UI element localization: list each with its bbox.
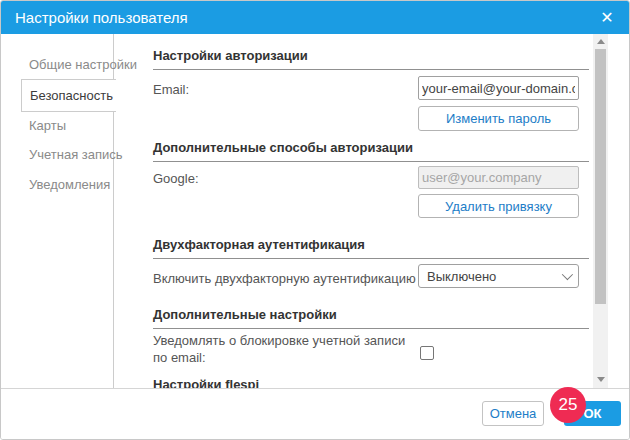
two-factor-select[interactable]: Выключено: [418, 264, 579, 288]
google-label: Google:: [153, 171, 199, 186]
scroll-down-icon[interactable]: [593, 372, 608, 386]
user-settings-dialog: Настройки пользователя ✕ Общие настройки…: [0, 0, 630, 440]
email-field[interactable]: [418, 76, 579, 100]
two-factor-select-value: Выключено: [427, 269, 496, 284]
notify-block-label: Уведомлять о блокировке учетной записи п…: [153, 332, 421, 366]
notify-block-checkbox[interactable]: [420, 346, 434, 360]
two-factor-enable-label: Включить двухфакторную аутентификацию: [153, 271, 416, 286]
sidebar-item-notifications[interactable]: Уведомления: [29, 177, 110, 192]
google-account-field: [418, 166, 579, 189]
section-title-authorization: Настройки авторизации: [153, 48, 589, 70]
dialog-footer: Отмена ОК: [1, 388, 630, 440]
dialog-title: Настройки пользователя: [15, 9, 188, 26]
close-icon[interactable]: ✕: [595, 1, 619, 34]
sidebar-item-general[interactable]: Общие настройки: [29, 57, 137, 72]
content-scrollbar[interactable]: [593, 34, 608, 388]
chevron-down-icon: [562, 269, 573, 280]
change-password-button[interactable]: Изменить пароль: [418, 106, 579, 131]
cancel-button[interactable]: Отмена: [482, 401, 544, 426]
sidebar-item-account[interactable]: Учетная запись: [29, 147, 123, 162]
section-title-two-factor: Двухфакторная аутентификация: [153, 237, 589, 259]
sidebar-item-security[interactable]: Безопасность: [21, 79, 116, 112]
sidebar-item-maps[interactable]: Карты: [29, 118, 66, 133]
remove-binding-button[interactable]: Удалить привязку: [418, 194, 579, 218]
scrollbar-thumb[interactable]: [595, 49, 606, 304]
scroll-up-icon[interactable]: [593, 34, 608, 48]
dialog-titlebar: Настройки пользователя: [1, 1, 629, 34]
email-label: Email:: [153, 82, 189, 97]
section-title-extra-auth: Дополнительные способы авторизации: [153, 140, 589, 162]
annotation-badge: 25: [550, 387, 586, 423]
section-title-additional: Дополнительные настройки: [153, 307, 589, 329]
